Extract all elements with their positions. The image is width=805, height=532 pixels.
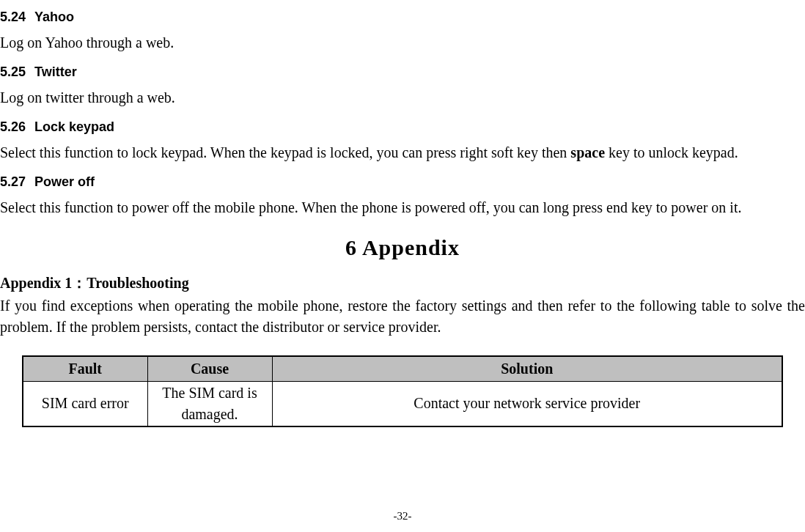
table-header-cause: Cause xyxy=(147,356,272,382)
section-heading-5-24: 5.24Yahoo xyxy=(0,7,805,26)
table-cell-cause: The SIM card is damaged. xyxy=(147,381,272,426)
table-header-fault: Fault xyxy=(23,356,147,382)
table-header-solution: Solution xyxy=(272,356,782,382)
section-number: 5.24 xyxy=(0,10,26,24)
section-title: Yahoo xyxy=(34,10,74,24)
section-title: Power off xyxy=(34,174,95,189)
body-bold-space: space xyxy=(570,144,605,160)
body-prefix: Select this function to lock keypad. Whe… xyxy=(0,144,570,160)
appendix-subtitle: Appendix 1：Troubleshooting xyxy=(0,273,805,294)
table-row: SIM card error The SIM card is damaged. … xyxy=(23,381,782,426)
page-number: -32- xyxy=(0,509,805,525)
section-number: 5.27 xyxy=(0,174,26,189)
section-body-5-25: Log on twitter through a web. xyxy=(0,87,805,108)
section-heading-5-27: 5.27Power off xyxy=(0,172,805,191)
table-cell-solution: Contact your network service provider xyxy=(272,381,782,426)
section-body-5-26: Select this function to lock keypad. Whe… xyxy=(0,142,805,163)
body-suffix: key to unlock keypad. xyxy=(605,144,738,160)
troubleshooting-table: Fault Cause Solution SIM card error The … xyxy=(22,355,783,427)
section-body-5-27: Select this function to power off the mo… xyxy=(0,197,805,218)
section-title: Twitter xyxy=(34,64,77,79)
table-cell-fault: SIM card error xyxy=(23,381,147,426)
section-heading-5-26: 5.26Lock keypad xyxy=(0,117,805,136)
appendix-chapter-title: 6 Appendix xyxy=(0,232,805,264)
section-heading-5-25: 5.25Twitter xyxy=(0,62,805,81)
appendix-intro: If you find exceptions when operating th… xyxy=(0,295,805,338)
section-title: Lock keypad xyxy=(34,119,114,134)
section-number: 5.25 xyxy=(0,64,26,79)
table-header-row: Fault Cause Solution xyxy=(23,356,782,382)
section-body-5-24: Log on Yahoo through a web. xyxy=(0,32,805,53)
section-number: 5.26 xyxy=(0,119,26,134)
